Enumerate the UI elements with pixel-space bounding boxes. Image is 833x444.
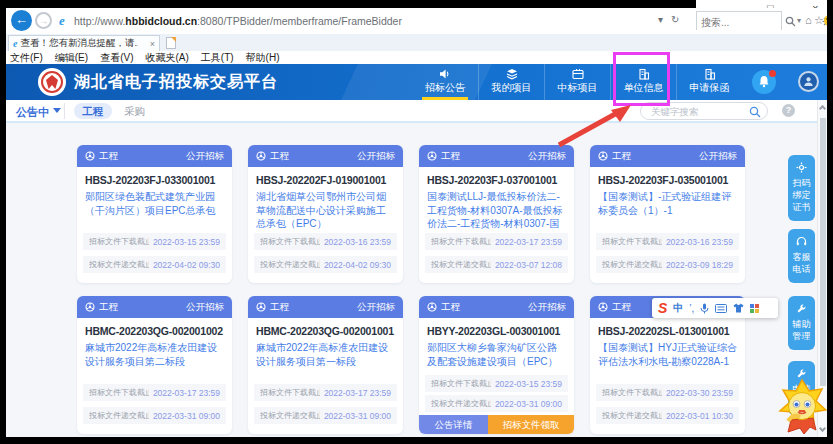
home-icon[interactable]: ⌂ — [805, 14, 812, 26]
ime-punctuation-icon[interactable]: ’, — [689, 303, 694, 314]
field-label: 招标文件下载截止时间 — [602, 236, 662, 247]
forward-button[interactable]: → — [35, 12, 52, 29]
menu-file[interactable]: 文件(F) — [10, 51, 43, 65]
field-label: 投标文件递交截止时间 — [431, 398, 491, 409]
field-label: 投标文件递交截止时间 — [602, 410, 662, 421]
obtain-bid-document-button[interactable]: 招标文件领取 — [488, 415, 574, 434]
field-value: 2022-03-01 10:30 — [666, 411, 733, 421]
field-value: 2022-04-02 09:30 — [153, 260, 220, 270]
card-code: HBSJ-202202SL-013001001 — [598, 325, 737, 337]
microphone-icon[interactable] — [700, 303, 709, 314]
browser-search-input[interactable] — [697, 14, 781, 31]
menu-edit[interactable]: 编辑(E) — [55, 51, 88, 65]
field-value: 2022-03-16 23:59 — [666, 237, 733, 247]
nav-item-won-projects[interactable]: 中标项目 — [544, 64, 610, 100]
nav-label: 中标项目 — [558, 81, 598, 95]
field-label: 招标文件下载截止时间 — [89, 387, 149, 398]
notification-badge — [769, 70, 776, 77]
chevron-down-icon — [53, 108, 61, 117]
field-value: 2022-03-15 23:59 — [495, 379, 562, 389]
project-type-icon — [256, 302, 266, 312]
nav-label: 招标公告 — [425, 81, 465, 95]
browser-search-box[interactable] — [696, 11, 782, 30]
annotation-arrow — [551, 100, 641, 152]
project-type-icon — [598, 302, 608, 312]
field-label: 招标文件下载截止时间 — [431, 236, 491, 247]
field-label: 招标文件下载截止时间 — [431, 378, 491, 389]
skin-shirt-icon[interactable] — [733, 303, 744, 313]
ime-menu-grid-icon[interactable] — [750, 304, 759, 313]
keyboard-icon[interactable] — [715, 304, 727, 313]
help-icon[interactable]: ? — [782, 104, 795, 117]
announcement-card[interactable]: 工程公开招标 HBSJ-202203FJ-037001001 国泰测试LLJ-最… — [419, 145, 574, 283]
field-value: 2022-03-07 12:08 — [495, 260, 562, 270]
status-filter-dropdown[interactable]: 公告中 — [16, 105, 61, 120]
card-title-link[interactable]: 郧阳区绿色装配式建筑产业园（干沟片区）项目EPC总承包 — [85, 190, 224, 217]
field-value: 2022-04-02 09:30 — [324, 260, 391, 270]
nav-item-apply-guarantee[interactable]: 申请保函 — [676, 64, 742, 100]
refresh-icon[interactable]: ↻ — [671, 14, 679, 25]
back-button[interactable]: ← — [11, 10, 32, 31]
search-magnifier-icon[interactable] — [785, 16, 796, 27]
tab-strip: e 查看！您有新消息提醒，请... × — [6, 34, 827, 51]
field-label: 招标文件下载截止时间 — [260, 236, 320, 247]
announcement-card[interactable]: 工程公开招标 HBSJ-202203FJ-033001001 郧阳区绿色装配式建… — [77, 145, 232, 283]
scrollbar-thumb[interactable] — [820, 118, 826, 386]
card-title-link[interactable]: 【国泰测试】-正式验证组建评标委员会（1）-1 — [598, 190, 737, 217]
nav-item-my-projects[interactable]: 我的项目 — [478, 64, 544, 100]
card-method: 公开招标 — [528, 301, 566, 314]
card-title-link[interactable]: 【国泰测试】HYJ正式验证综合评估法水利水电-勘察0228A-1 — [598, 341, 737, 368]
menu-tools[interactable]: 工具(T) — [201, 51, 234, 65]
card-code: HBSJ-202203FJ-035001001 — [598, 174, 737, 186]
card-method: 公开招标 — [186, 301, 224, 314]
url-field[interactable]: http://www.hbbidcloud.cn:8080/TPBidder/m… — [74, 15, 654, 27]
nav-label: 申请保函 — [690, 81, 730, 95]
search-icon[interactable] — [749, 106, 761, 118]
announcement-card[interactable]: 工程公开招标 HBSJ-202202FJ-019001001 湖北省烟草公司鄂州… — [248, 145, 403, 283]
url-dropdown-icon[interactable]: ▾ — [658, 14, 663, 25]
announcement-detail-button[interactable]: 公告详情 — [419, 415, 488, 434]
ime-toolbar[interactable]: S 中 ’, — [652, 298, 778, 318]
card-title-link[interactable]: 麻城市2022年高标准农田建设设计服务项目第二标段 — [85, 341, 224, 368]
search-dropdown-icon[interactable]: ▾ — [797, 16, 801, 25]
card-title-link[interactable]: 郧阳区大柳乡鲁家沟矿区公路及配套设施建设项目（EPC） — [427, 341, 566, 368]
announcement-card[interactable]: 工程公开招标 HBMC-202203QG-002001002 麻城市2022年高… — [77, 296, 232, 434]
nav-item-bid-announcements[interactable]: 招标公告 — [412, 64, 478, 100]
auxiliary-management-button[interactable]: 辅助 管理 — [788, 296, 815, 350]
notification-bell-button[interactable] — [752, 70, 776, 94]
card-type: 工程 — [441, 150, 460, 163]
user-avatar[interactable] — [798, 71, 819, 92]
menu-view[interactable]: 查看(V) — [100, 51, 133, 65]
ime-language-icon[interactable]: 中 — [673, 301, 683, 315]
card-code: HBYY-202203GL-003001001 — [427, 325, 566, 337]
field-value: 2022-03-30 23:59 — [666, 388, 733, 398]
browser-window: — □ × ← → e http://www.hbbidcloud.cn:808… — [6, 0, 827, 437]
menu-help[interactable]: 帮助(H) — [246, 51, 280, 65]
filter-toolbar: 公告中 工程 采购 ? — [6, 100, 827, 123]
star-mascot[interactable] — [774, 378, 827, 436]
scan-bind-certificate-button[interactable]: 扫码 绑定 证书 — [788, 155, 815, 221]
announcement-card[interactable]: 工程公开招标 HBMC-202203QG-002001001 麻城市2022年高… — [248, 296, 403, 434]
main-nav: 招标公告 我的项目 中标项目 单位信息 申请保函 — [412, 64, 742, 100]
tab-engineering[interactable]: 工程 — [74, 103, 112, 119]
menu-favorites[interactable]: 收藏夹(A) — [145, 51, 188, 65]
tab-close-icon[interactable]: × — [150, 39, 155, 49]
browser-tab[interactable]: e 查看！您有新消息提醒，请... × — [8, 35, 160, 51]
new-tab-button[interactable] — [166, 37, 176, 49]
field-label: 投标文件递交截止时间 — [89, 259, 149, 270]
announcement-card[interactable]: 工程公开招标 HBYY-202203GL-003001001 郧阳区大柳乡鲁家沟… — [419, 296, 574, 434]
headset-icon — [796, 236, 807, 247]
announcement-card[interactable]: 工程公开招标 HBSJ-202203FJ-035001001 【国泰测试】-正式… — [590, 145, 745, 283]
site-header: 湖北省电子招投标交易平台 招标公告 我的项目 中标项目 单位信息 申请保函 — [6, 64, 827, 100]
field-value: 2022-03-17 23:59 — [153, 388, 220, 398]
card-title-link[interactable]: 麻城市2022年高标准农田建设设计服务项目第一标段 — [256, 341, 395, 368]
card-title-link[interactable]: 国泰测试LLJ-最低投标价法二-工程货物-材料0307A-最低投标价法二-工程货… — [427, 190, 566, 231]
customer-service-phone-button[interactable]: 客服 电话 — [788, 229, 815, 283]
tab-procurement[interactable]: 采购 — [124, 105, 145, 119]
card-type: 工程 — [441, 301, 460, 314]
speaker-icon — [439, 68, 451, 80]
sogou-logo-icon[interactable]: S — [658, 300, 667, 316]
card-title-link[interactable]: 湖北省烟草公司鄂州市公司烟草物流配送中心设计采购施工总承包（EPC） — [256, 190, 395, 231]
project-type-icon — [427, 151, 437, 161]
scroll-up-icon[interactable] — [819, 105, 826, 112]
